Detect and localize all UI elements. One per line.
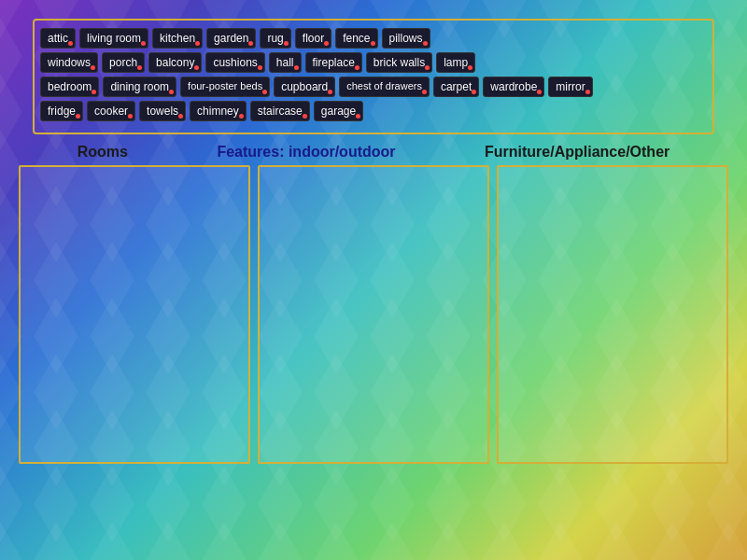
word-mirror[interactable]: mirror [548,77,592,97]
word-windows[interactable]: windows [40,52,98,73]
word-bank-row-4: fridge cooker towels chimney staircase g… [40,101,707,121]
drop-zones [19,165,728,464]
word-chimney[interactable]: chimney [190,101,247,121]
word-bank-row-3: bedroom dining room four-poster beds cup… [40,77,707,97]
word-four-poster-beds[interactable]: four-poster beds [180,77,270,97]
word-balcony[interactable]: balcony [148,52,202,73]
word-floor[interactable]: floor [295,28,331,49]
category-rooms-label: Rooms [78,144,128,161]
word-staircase[interactable]: staircase [250,101,310,121]
word-rug[interactable]: rug [260,28,290,49]
word-lamp[interactable]: lamp [436,52,475,73]
word-garage[interactable]: garage [314,101,363,121]
category-furniture-label: Furniture/Appliance/Other [485,144,669,161]
word-fence[interactable]: fence [335,28,377,49]
word-pillows[interactable]: pillows [382,28,430,49]
word-kitchen[interactable]: kitchen [152,28,203,49]
word-living-room[interactable]: living room [79,28,148,49]
word-chest-of-drawers[interactable]: chest of drawers [339,77,430,97]
word-bank: attic living room kitchen garden rug flo… [33,19,714,134]
word-cooker[interactable]: cooker [87,101,135,121]
word-bedroom[interactable]: bedroom [40,77,99,97]
word-brick-walls[interactable]: brick walls [366,52,432,73]
page: attic living room kitchen garden rug flo… [0,19,747,560]
word-bank-row-2: windows porch balcony cushions hall fire… [40,52,707,73]
word-towels[interactable]: towels [139,101,186,121]
word-cushions[interactable]: cushions [205,52,264,73]
drop-zone-features[interactable] [258,165,489,464]
drop-zone-furniture[interactable] [497,165,728,464]
word-fireplace[interactable]: fireplace [305,52,362,73]
word-garden[interactable]: garden [206,28,256,49]
word-hall[interactable]: hall [269,52,302,73]
word-fridge[interactable]: fridge [40,101,83,121]
categories-row: Rooms Features: indoor/outdoor Furniture… [33,144,714,161]
word-attic[interactable]: attic [40,28,76,49]
drop-zone-rooms[interactable] [19,165,250,464]
word-bank-row-1: attic living room kitchen garden rug flo… [40,28,707,49]
word-cupboard[interactable]: cupboard [274,77,335,97]
word-wardrobe[interactable]: wardrobe [483,77,544,97]
word-porch[interactable]: porch [102,52,145,73]
word-dining-room[interactable]: dining room [103,77,176,97]
category-features-label: Features: indoor/outdoor [217,144,395,161]
word-carpet[interactable]: carpet [433,77,479,97]
